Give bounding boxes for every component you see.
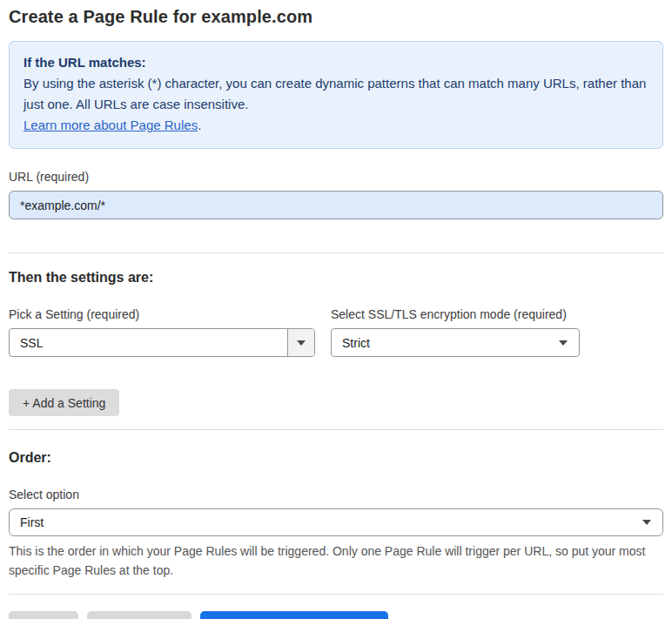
divider [9,594,663,595]
settings-fields-row: Pick a Setting (required) SSL Select SSL… [9,307,663,357]
setting-picker-label: Pick a Setting (required) [9,307,315,321]
page-title: Create a Page Rule for example.com [9,0,663,27]
link-suffix: . [198,118,201,132]
divider [9,429,663,430]
chevron-down-icon [642,520,651,525]
info-link-line: Learn more about Page Rules. [24,115,648,136]
order-select-value: First [10,515,662,529]
select-arrow-box [287,329,314,356]
add-setting-button[interactable]: + Add a Setting [9,389,119,416]
info-box-body: By using the asterisk (*) character, you… [24,73,648,115]
order-help-text: This is the order in which your Page Rul… [9,542,660,580]
ssl-mode-label: Select SSL/TLS encryption mode (required… [331,307,580,321]
order-select-label: Select option [9,488,663,501]
url-input[interactable] [9,191,663,219]
setting-picker-value: SSL [10,336,287,350]
url-section: URL (required) [9,170,663,219]
divider [9,252,663,253]
order-section-heading: Order: [9,450,663,466]
learn-more-link[interactable]: Learn more about Page Rules [24,118,198,132]
form-actions: Cancel Save as Draft Save and Deploy Pag… [9,611,663,619]
save-draft-button[interactable]: Save as Draft [87,611,192,619]
cancel-button[interactable]: Cancel [9,611,78,619]
url-field-label: URL (required) [9,170,663,184]
url-match-info-box: If the URL matches: By using the asteris… [9,41,663,149]
order-select[interactable]: First [9,508,663,536]
chevron-down-icon [559,340,568,346]
settings-section-heading: Then the settings are: [9,270,663,286]
page-rule-form: Create a Page Rule for example.com If th… [0,0,672,619]
ssl-mode-select[interactable]: Strict [331,328,580,357]
save-deploy-button[interactable]: Save and Deploy Page Rule [200,611,388,619]
ssl-mode-value: Strict [332,336,579,350]
ssl-mode-field: Select SSL/TLS encryption mode (required… [331,307,580,357]
info-box-heading: If the URL matches: [24,52,648,73]
setting-picker-select[interactable]: SSL [9,328,315,357]
chevron-down-icon [297,340,306,346]
setting-picker-field: Pick a Setting (required) SSL [9,307,315,357]
